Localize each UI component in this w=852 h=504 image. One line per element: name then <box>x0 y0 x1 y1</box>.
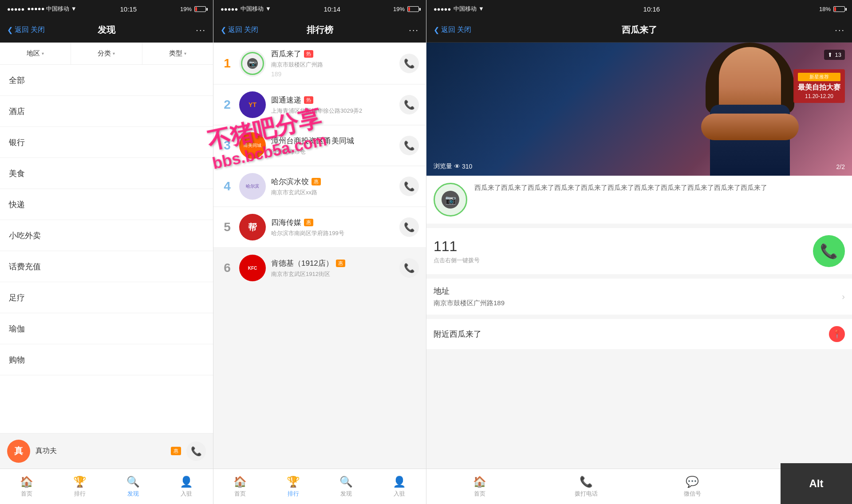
ranking-item-4[interactable]: 4 哈尔滨 哈尔滨水饺 惠 南京市玄武区xx路 📞 <box>213 166 426 206</box>
panel-detail: ●●●●● 中国移动 ▼ 10:16 18% ❮ 返回 关闭 西瓜来了 ··· <box>426 0 852 504</box>
ranking-item-5[interactable]: 5 帮 四海传媒 惠 哈尔滨市南岗区学府路199号 📞 <box>213 207 426 247</box>
category-item-yoga[interactable]: 瑜伽 <box>0 313 213 344</box>
ranking-item-6[interactable]: 6 KFC 肯德基（1912店） 惠 南京市玄武区1912街区 📞 <box>213 248 426 288</box>
call-btn-6[interactable]: 📞 <box>399 258 419 278</box>
home-icon-1: 🏠 <box>20 476 33 488</box>
tab-discovery-1[interactable]: 🔍 发现 <box>106 476 160 498</box>
back-label-1[interactable]: 返回 <box>15 25 29 35</box>
category-item-takeout[interactable]: 小吃外卖 <box>0 220 213 251</box>
time-2: 10:14 <box>324 5 341 13</box>
address-section[interactable]: 地址 南京市鼓楼区广州路189 › <box>426 279 852 315</box>
call-btn-4[interactable]: 📞 <box>399 177 419 196</box>
battery-area-1: 19% <box>180 6 206 12</box>
phone-left: 111 点击右侧一键拨号 <box>434 238 480 264</box>
category-item-hotel[interactable]: 酒店 <box>0 96 213 127</box>
girl-shoulder <box>701 114 799 140</box>
nav-more-2[interactable]: ··· <box>369 25 419 35</box>
join-icon-2: 👤 <box>393 476 406 488</box>
tab-home-label-1: 首页 <box>21 490 32 498</box>
share-icon: ⬆ <box>828 51 832 58</box>
chevron-left-icon-2: ❮ <box>221 26 226 34</box>
category-item-bank[interactable]: 银行 <box>0 127 213 158</box>
nav-more-3[interactable]: ··· <box>742 25 845 35</box>
battery-icon-3 <box>833 6 845 12</box>
category-item-shopping[interactable]: 购物 <box>0 344 213 375</box>
phone-icon-4: 📞 <box>404 181 415 192</box>
tab-ranking-1[interactable]: 🏆 排行 <box>53 476 106 498</box>
rank-info-3: 漳州台商投资区甬美同城 漳州龙海市仓 <box>271 136 394 156</box>
wechat-icon-3: 💬 <box>686 476 699 488</box>
tab-call-3[interactable]: 📞 拨打电话 <box>533 476 639 498</box>
tab-home-2[interactable]: 🏠 首页 <box>213 476 267 498</box>
phone-section: 111 点击右侧一键拨号 📞 <box>426 228 852 274</box>
address-content: 地址 南京市鼓楼区广州路189 <box>434 286 505 307</box>
footer-tag-hui: 惠 <box>171 447 181 455</box>
footer-call-btn[interactable]: 📞 <box>186 441 206 461</box>
close-label-3[interactable]: 关闭 <box>457 25 471 35</box>
promo-badge: 新星推荐 最美自拍大赛 11.20-12.20 <box>793 69 845 103</box>
nav-bar-1: ❮ 返回 关闭 发现 ··· <box>0 18 213 43</box>
view-count-area: 浏览量 👁 310 <box>434 162 472 170</box>
status-bar-3: ●●●●● 中国移动 ▼ 10:16 18% <box>426 0 852 18</box>
back-label-3[interactable]: 返回 <box>441 25 455 35</box>
ranking-item-2[interactable]: 2 YT 圆通速递 热 上海青浦区华新镇华徐公路3029弄2 📞 <box>213 85 426 125</box>
share-button[interactable]: ⬆ 13 <box>824 50 845 60</box>
tab-discovery-2[interactable]: 🔍 发现 <box>320 476 373 498</box>
nav-back-1[interactable]: ❮ 返回 关闭 <box>7 25 57 35</box>
tab-wechat-3[interactable]: 💬 微信号 <box>639 476 746 498</box>
filter-category-label: 分类 <box>98 49 111 58</box>
nav-more-1[interactable]: ··· <box>156 25 206 35</box>
filter-region[interactable]: 地区 ▾ <box>0 43 71 64</box>
status-bar-1: ●●●●● ●●●●● 中国移动 ▼ 10:15 19% <box>0 0 213 18</box>
rank-tag-hui-4: 惠 <box>312 178 321 185</box>
rank-info-2: 圆通速递 热 上海青浦区华新镇华徐公路3029弄2 <box>271 95 394 115</box>
nearby-section[interactable]: 附近西瓜来了 📍 <box>426 319 852 349</box>
battery-area-3: 18% <box>819 6 845 12</box>
filter-type[interactable]: 类型 ▾ <box>142 43 213 64</box>
category-item-spa[interactable]: 足疗 <box>0 282 213 313</box>
call-btn-2[interactable]: 📞 <box>399 95 419 114</box>
filter-category[interactable]: 分类 ▾ <box>71 43 142 64</box>
chevron-left-icon-3: ❮ <box>434 26 439 34</box>
tab-join-2[interactable]: 👤 入驻 <box>373 476 426 498</box>
tab-ranking-2[interactable]: 🏆 排行 <box>267 476 320 498</box>
footer-sticky-item[interactable]: 真 真功夫 惠 📞 <box>0 433 213 469</box>
tab-join-1[interactable]: 👤 入驻 <box>160 476 213 498</box>
rank-logo-5: 帮 <box>239 214 266 240</box>
status-bar-2: ●●●●● 中国移动 ▼ 10:14 19% <box>213 0 426 18</box>
rank-address-3: 漳州龙海市仓 <box>271 148 394 156</box>
ranking-item-3[interactable]: 3 甬美同城 漳州台商投资区甬美同城 漳州龙海市仓 📞 <box>213 126 426 165</box>
rank-address-5: 哈尔滨市南岗区学府路199号 <box>271 229 394 237</box>
big-call-button[interactable]: 📞 <box>813 235 845 267</box>
phone-icon-2: 📞 <box>404 99 415 110</box>
category-item-all[interactable]: 全部 <box>0 65 213 96</box>
call-btn-5[interactable]: 📞 <box>399 217 419 237</box>
filter-type-label: 类型 <box>169 49 182 58</box>
call-btn-3[interactable]: 📞 <box>399 136 419 155</box>
category-item-express[interactable]: 快递 <box>0 189 213 220</box>
rank-tag-hui-6: 惠 <box>336 260 345 267</box>
category-item-topup[interactable]: 话费充值 <box>0 251 213 282</box>
carrier-3: 中国移动 ▼ <box>454 5 484 13</box>
nav-bar-3: ❮ 返回 关闭 西瓜来了 ··· <box>426 18 852 43</box>
status-signal-3: ●●●●● 中国移动 ▼ <box>434 5 484 13</box>
address-label: 地址 <box>434 286 505 296</box>
tab-home-3[interactable]: 🏠 首页 <box>426 476 533 498</box>
ranking-item-1[interactable]: 1 西瓜来了 热 南京市鼓楼区广州路 189 📞 <box>213 43 426 84</box>
back-label-2[interactable]: 返回 <box>228 25 242 35</box>
detail-description: 西瓜来了西瓜来了西瓜来了西瓜来了西瓜来了西瓜来了西瓜来了西瓜来了西瓜来了西瓜来了… <box>474 183 845 193</box>
close-label-2[interactable]: 关闭 <box>244 25 258 35</box>
category-item-food[interactable]: 美食 <box>0 158 213 189</box>
chevron-left-icon-1: ❮ <box>7 26 13 34</box>
nav-back-3[interactable]: ❮ 返回 关闭 <box>434 25 536 35</box>
battery-icon-1 <box>194 6 206 12</box>
call-btn-1[interactable]: 📞 <box>399 54 419 73</box>
chevron-down-icon-region: ▾ <box>42 51 44 56</box>
rank-number-3: 3 <box>221 138 234 153</box>
promo-date: 11.20-12.20 <box>798 93 840 99</box>
nav-back-2[interactable]: ❮ 返回 关闭 <box>221 25 270 35</box>
chevron-right-icon-address: › <box>842 291 845 302</box>
tab-join-label-2: 入驻 <box>394 490 405 498</box>
close-label-1[interactable]: 关闭 <box>31 25 45 35</box>
tab-home-1[interactable]: 🏠 首页 <box>0 476 53 498</box>
